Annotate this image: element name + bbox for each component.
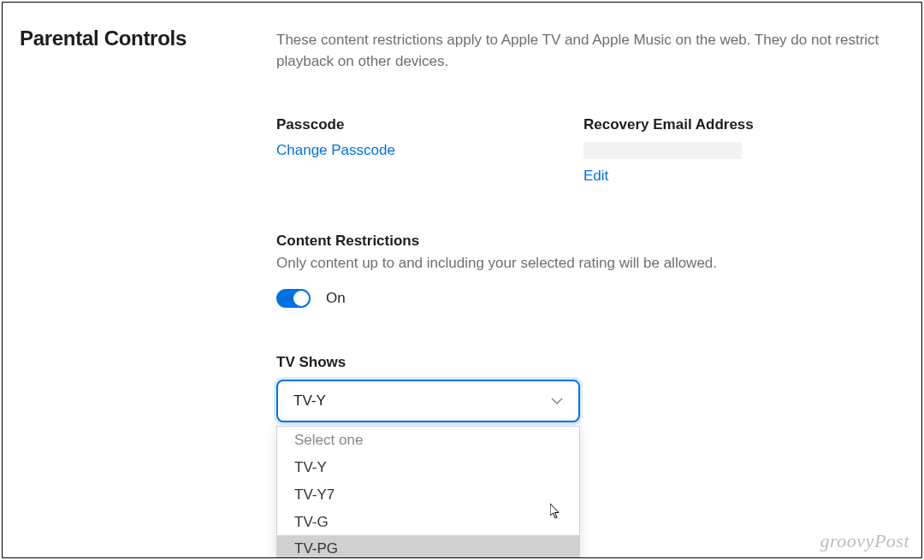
tv-shows-select[interactable]: TV-Y: [276, 380, 580, 422]
watermark: groovyPost: [820, 530, 909, 552]
edit-recovery-link[interactable]: Edit: [583, 168, 608, 185]
dropdown-option[interactable]: TV-Y7: [277, 481, 579, 509]
dropdown-option[interactable]: Select one: [277, 427, 579, 454]
passcode-label: Passcode: [276, 116, 583, 133]
dropdown-option[interactable]: TV-G: [277, 509, 579, 536]
page-description: These content restrictions apply to Appl…: [276, 30, 891, 72]
content-restrictions-subtext: Only content up to and including your se…: [276, 255, 891, 272]
dropdown-option[interactable]: TV-Y: [277, 454, 579, 481]
tv-shows-selected-value: TV-Y: [293, 392, 326, 410]
chevron-down-icon: [551, 398, 563, 404]
tv-shows-label: TV Shows: [276, 354, 891, 371]
change-passcode-link[interactable]: Change Passcode: [276, 142, 395, 159]
recovery-email-label: Recovery Email Address: [583, 116, 891, 133]
tv-shows-dropdown[interactable]: Select oneTV-YTV-Y7TV-GTV-PGTV-14TV-MA: [276, 426, 580, 558]
toggle-knob: [293, 291, 309, 306]
content-restrictions-toggle[interactable]: [276, 289, 311, 308]
content-restrictions-heading: Content Restrictions: [276, 233, 891, 250]
page-title: Parental Controls: [20, 27, 276, 50]
recovery-email-value: [583, 142, 742, 159]
dropdown-option[interactable]: TV-PG: [277, 535, 579, 558]
toggle-state-label: On: [326, 290, 346, 307]
